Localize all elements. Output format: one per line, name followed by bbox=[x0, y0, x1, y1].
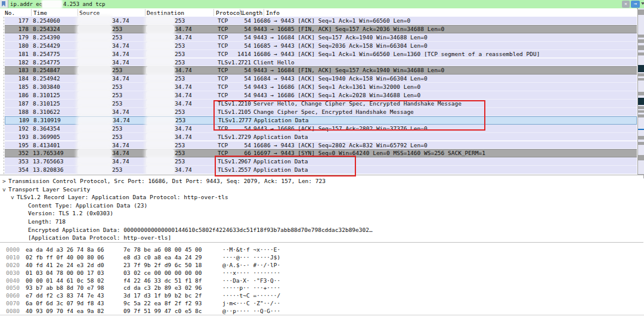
packet-row[interactable]: 35413.82083625334.74TLSv1.2557Applicatio… bbox=[5, 166, 637, 174]
packet-info: Server Hello, Change Cipher Spec, Encryp… bbox=[253, 100, 462, 108]
detail-row[interactable]: Version: TLS 1.2 (0x0303) bbox=[0, 209, 643, 218]
detail-row[interactable]: vTransport Layer Security bbox=[0, 185, 643, 194]
detail-row[interactable]: Length: 718 bbox=[0, 218, 643, 226]
packet-destination: 253 bbox=[175, 75, 185, 83]
packet-destination: 34.74 bbox=[175, 100, 192, 108]
detail-row[interactable]: >Transmission Control Protocol, Src Port… bbox=[0, 177, 643, 185]
packet-info: 16686 → 9443 [ACK] Seq=1 Ack=1 Win=66560… bbox=[253, 50, 540, 58]
filter-apply-button[interactable]: → bbox=[631, 1, 640, 8]
packet-row[interactable]: 1788.25432425334.74TCP549443 → 16685 [FI… bbox=[5, 25, 637, 33]
detail-text: Version: TLS 1.2 (0x0303) bbox=[28, 209, 113, 218]
packet-row[interactable]: 1848.25494234.74253TCP5416684 → 9443 [AC… bbox=[5, 75, 637, 83]
packet-row[interactable]: 35213.76534934.74253TCP6616697 → 9443 [S… bbox=[5, 149, 637, 157]
packet-protocol: TCP bbox=[218, 141, 228, 150]
hex-row[interactable]: 0060e7 dd f2 c3 83 74 7e 433d 17 d3 1f b… bbox=[0, 292, 643, 300]
hex-bytes-right: 7e 78 be a6 08 00 45 00 bbox=[123, 246, 202, 254]
packet-time: 8.254942 bbox=[33, 75, 60, 83]
detail-text: TLSv1.2 Record Layer: Application Data P… bbox=[17, 193, 228, 202]
hex-ascii: ···x···· ········ bbox=[222, 269, 280, 277]
detail-text: [Application Data Protocol: http-over-tl… bbox=[28, 234, 171, 242]
detail-row[interactable]: Encrypted Application Data: 000000000000… bbox=[0, 226, 643, 234]
packet-list: 1778.25406034.74253TCP5416686 → 9443 [AC… bbox=[0, 17, 637, 175]
hex-bytes-left: e7 dd f2 c3 83 74 7e 43 bbox=[26, 292, 104, 300]
filter-dropdown-caret-icon[interactable] bbox=[641, 2, 644, 5]
source-redaction-box bbox=[78, 166, 112, 174]
collapsed-arrow-icon[interactable]: > bbox=[2, 177, 6, 185]
detail-row[interactable]: vTLSv1.2 Record Layer: Application Data … bbox=[0, 193, 643, 202]
scrollbar-packet-stripe bbox=[638, 110, 644, 113]
hex-row[interactable]: 004000 00 01 44 61 0c 58 02f4 22 46 33 d… bbox=[0, 277, 643, 285]
packet-info: 16697 → 9443 [SYN] Seq=0 Win=64240 Len=0… bbox=[253, 149, 485, 157]
column-header-protocol[interactable]: Protocol bbox=[216, 9, 243, 17]
packet-row[interactable]: 1868.31012525334.74TCP549443 → 16686 [AC… bbox=[5, 91, 637, 100]
destination-redaction-box bbox=[146, 50, 174, 58]
hex-row[interactable]: 001002 fb ff 0f 40 00 80 06e8 d3 c0 a8 e… bbox=[0, 254, 643, 262]
scrollbar-packet-stripe bbox=[638, 35, 644, 38]
packet-no: 179 bbox=[5, 33, 29, 42]
packet-row[interactable]: 1858.30384025334.74TCP549443 → 16686 [AC… bbox=[5, 83, 637, 91]
packet-info: Change Cipher Spec, Encrypted Handshake … bbox=[253, 108, 414, 116]
packet-no: 353 bbox=[5, 157, 29, 166]
packet-length: 54 bbox=[227, 83, 251, 91]
column-header-source[interactable]: Source bbox=[79, 9, 100, 17]
filter-text-suffix[interactable]: 4.253 and tcp bbox=[63, 1, 105, 8]
packet-row[interactable]: 1808.25442934.74253TCP5416685 → 9443 [AC… bbox=[5, 42, 637, 50]
packet-length: 105 bbox=[227, 108, 251, 116]
column-header-destination[interactable]: Destination bbox=[147, 9, 184, 17]
filter-text-prefix[interactable]: ip.addr eq bbox=[10, 1, 42, 8]
hex-row[interactable]: 005093 b7 ab b8 8d 70 e7 98cd da c3 2b 8… bbox=[0, 284, 643, 292]
filter-clear-button[interactable]: ✕ bbox=[622, 1, 630, 8]
packet-length: 54 bbox=[227, 141, 251, 150]
hex-ascii: ··M·&t·f ~x····E· bbox=[222, 246, 280, 254]
hex-bytes-right: 03 02 ce 00 00 00 00 00 bbox=[123, 269, 202, 277]
hex-row[interactable]: 0000ea da 4d a3 26 74 8a 667e 78 be a6 0… bbox=[0, 246, 643, 254]
packet-row[interactable]: 1878.31012525334.74TLSv1.2210Server Hell… bbox=[5, 100, 637, 108]
packet-row[interactable]: 1958.41340134.74253TCP5416686 → 9443 [AC… bbox=[5, 141, 637, 150]
packet-source: 253 bbox=[112, 25, 122, 33]
hex-offset: 0030 bbox=[6, 269, 20, 277]
packet-row[interactable]: 1898.31091934.74253TLSv1.2777Application… bbox=[5, 116, 637, 125]
scrollbar-packet-stripe bbox=[638, 78, 644, 80]
packet-length: 210 bbox=[227, 100, 251, 108]
filter-bookmark-button[interactable] bbox=[0, 0, 8, 8]
packet-row[interactable]: 1928.36435425334.74TCP549443 → 16686 [AC… bbox=[5, 125, 637, 133]
display-filter-bar[interactable]: ip.addr eq 4.253 and tcp ✕ → bbox=[0, 0, 644, 9]
packet-row[interactable]: 35313.76566334.74253TLSv1.2967Applicatio… bbox=[5, 157, 637, 166]
packet-row[interactable]: 1838.25484725334.74TCP549443 → 16684 [FI… bbox=[5, 66, 637, 75]
packet-list-scrollbar[interactable] bbox=[637, 8, 644, 179]
hex-bytes-right: 9c 5a 22 ea 8f 2f f2 93 bbox=[123, 300, 202, 308]
source-redaction-box bbox=[78, 83, 112, 91]
packet-length: 54 bbox=[227, 91, 251, 100]
scrollbar-selected-marker bbox=[638, 129, 644, 130]
destination-redaction-box bbox=[146, 133, 174, 141]
destination-redaction-box bbox=[146, 83, 174, 91]
detail-row[interactable]: [Application Data Protocol: http-over-tl… bbox=[0, 234, 643, 242]
expanded-arrow-icon[interactable]: v bbox=[11, 193, 14, 202]
hex-bytes-left: 00 00 01 44 61 0c 58 02 bbox=[26, 277, 104, 285]
hex-row[interactable]: 002040 fd 41 2e 24 e3 2d d023 7f 9b 2f d… bbox=[0, 262, 643, 269]
packet-source: 34.74 bbox=[112, 157, 129, 166]
packet-row[interactable]: 1888.31062234.74253TLSv1.2105Change Ciph… bbox=[5, 108, 637, 116]
packet-source: 253 bbox=[112, 166, 122, 174]
hex-row[interactable]: 003001 03 04 78 00 00 17 0303 02 ce 00 0… bbox=[0, 269, 643, 277]
column-header-no[interactable]: No. bbox=[5, 9, 15, 17]
packet-row[interactable]: 1828.25477534.74253TLSv1.2721Client Hell… bbox=[5, 58, 637, 67]
packet-no: 181 bbox=[5, 50, 29, 58]
packet-row[interactable]: 1938.36990525334.74TLSv1.2729Application… bbox=[5, 133, 637, 141]
packet-details-pane: >Transmission Control Protocol, Src Port… bbox=[0, 175, 643, 243]
packet-length: 54 bbox=[227, 66, 251, 75]
column-separator bbox=[213, 9, 214, 16]
packet-row[interactable]: 1798.25439025334.74TCP549443 → 16684 [AC… bbox=[5, 33, 637, 42]
expanded-arrow-icon[interactable]: v bbox=[2, 185, 6, 194]
packet-row[interactable]: 1778.25406034.74253TCP5416686 → 9443 [AC… bbox=[5, 17, 637, 25]
column-header-length[interactable]: Length bbox=[242, 9, 262, 17]
detail-text: Length: 718 bbox=[28, 218, 66, 226]
detail-row[interactable]: Content Type: Application Data (23) bbox=[0, 202, 643, 210]
column-header-info[interactable]: Info bbox=[266, 9, 280, 17]
hex-row[interactable]: 00706a 0f 6d 3c 07 9d f8 439c 5a 22 ea 8… bbox=[0, 300, 643, 308]
packet-destination: 253 bbox=[175, 42, 185, 50]
packet-no: 193 bbox=[5, 133, 29, 141]
packet-row[interactable]: 1818.25477534.74253TCP141416686 → 9443 [… bbox=[5, 50, 637, 58]
column-header-time[interactable]: Time bbox=[33, 9, 47, 17]
destination-redaction-box bbox=[146, 141, 174, 150]
